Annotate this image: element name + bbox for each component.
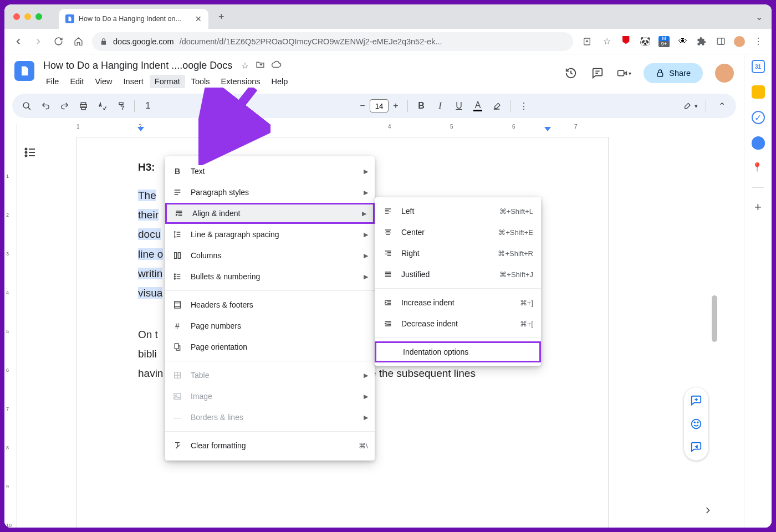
collapse-toolbar-icon[interactable]: ⌃ xyxy=(714,98,729,114)
cloud-status-icon[interactable] xyxy=(272,60,282,72)
contacts-app-icon[interactable] xyxy=(752,136,765,150)
submenu-align-justified[interactable]: Justified⌘+Shift+J xyxy=(375,264,541,285)
maps-app-icon[interactable]: 📍 xyxy=(752,162,765,175)
account-avatar[interactable] xyxy=(715,64,734,83)
menu-item-columns[interactable]: Columns▶ xyxy=(165,245,375,266)
menu-format[interactable]: Format xyxy=(150,75,185,88)
menu-item-paragraph-styles[interactable]: Paragraph styles▶ xyxy=(165,182,375,203)
toolbar: 1 − 14 + B I U A ⋮ ▾ ⌃ xyxy=(12,94,736,118)
tab-close-icon[interactable]: ✕ xyxy=(195,15,202,23)
comments-icon[interactable] xyxy=(590,66,605,80)
italic-icon[interactable]: I xyxy=(432,98,448,114)
meet-icon[interactable]: ▾ xyxy=(617,66,631,80)
calendar-app-icon[interactable]: 31 xyxy=(752,60,765,73)
align-indent-submenu: Left⌘+Shift+L Center⌘+Shift+E Right⌘+Shi… xyxy=(375,197,541,366)
menu-edit[interactable]: Edit xyxy=(65,75,89,88)
menu-view[interactable]: View xyxy=(90,75,117,88)
sidepanel-icon[interactable] xyxy=(715,36,726,47)
horizontal-ruler[interactable]: 1 2 3 4 5 6 7 xyxy=(17,124,744,134)
submenu-increase-indent[interactable]: Increase indent⌘+] xyxy=(375,292,541,313)
font-size-field[interactable]: 14 xyxy=(370,99,389,112)
svg-rect-1 xyxy=(717,38,724,44)
new-tab-button[interactable]: + xyxy=(218,11,224,23)
menu-insert[interactable]: Insert xyxy=(119,75,149,88)
zoom-dropdown[interactable]: 1 xyxy=(140,98,156,114)
add-addon-icon[interactable]: + xyxy=(754,200,762,214)
redo-icon[interactable] xyxy=(57,98,72,114)
menu-item-headers-footers[interactable]: Headers & footers xyxy=(165,294,375,315)
url-path: /document/d/1EZ6Q52PROaOQImcyCRO9wZENWj2… xyxy=(180,37,442,46)
decrease-font-icon[interactable]: − xyxy=(356,100,369,112)
extensions-puzzle-icon[interactable] xyxy=(696,36,707,47)
bold-icon[interactable]: B xyxy=(413,98,429,114)
submenu-align-left[interactable]: Left⌘+Shift+L xyxy=(375,201,541,222)
menu-tools[interactable]: Tools xyxy=(186,75,215,88)
docs-header: How to Do a Hanging Indent ....oogle Doc… xyxy=(4,54,744,88)
home-button[interactable] xyxy=(72,37,84,46)
lock-icon xyxy=(100,38,108,45)
svg-rect-24 xyxy=(174,393,181,400)
metamask-ext-icon[interactable]: M9+ xyxy=(658,36,670,47)
menu-item-page-orientation[interactable]: Page orientation xyxy=(165,336,375,357)
spellcheck-icon[interactable] xyxy=(94,98,110,114)
url-field[interactable]: docs.google.com/document/d/1EZ6Q52PROaOQ… xyxy=(92,32,573,51)
close-window-icon[interactable] xyxy=(13,13,20,20)
outline-toggle-icon[interactable] xyxy=(24,146,37,161)
add-comment-icon[interactable] xyxy=(688,393,704,408)
lock-icon xyxy=(656,69,665,78)
collapse-sidepanel-icon[interactable] xyxy=(698,501,717,520)
first-line-indent-marker[interactable] xyxy=(137,127,144,132)
tasks-app-icon[interactable]: ✓ xyxy=(752,111,765,124)
pandas-ext-icon[interactable]: 🐼 xyxy=(640,36,651,47)
maximize-window-icon[interactable] xyxy=(35,13,42,20)
eye-ext-icon[interactable]: 👁 xyxy=(677,36,688,47)
bookmark-star-icon[interactable]: ☆ xyxy=(601,36,613,47)
print-icon[interactable] xyxy=(75,98,91,114)
editing-mode-dropdown[interactable]: ▾ xyxy=(682,101,698,110)
submenu-align-center[interactable]: Center⌘+Shift+E xyxy=(375,222,541,243)
docs-logo-icon[interactable] xyxy=(14,61,34,81)
menu-item-page-numbers[interactable]: #Page numbers xyxy=(165,315,375,336)
search-menus-icon[interactable] xyxy=(19,98,34,114)
submenu-align-right[interactable]: Right⌘+Shift+R xyxy=(375,243,541,264)
star-document-icon[interactable]: ☆ xyxy=(241,60,249,71)
profile-avatar[interactable] xyxy=(734,36,745,47)
back-button[interactable] xyxy=(12,37,24,47)
browser-tab[interactable]: How to Do a Hanging Indent on... ✕ xyxy=(59,9,208,29)
menu-item-line-spacing[interactable]: Line & paragraph spacing▶ xyxy=(165,224,375,245)
highlight-color-icon[interactable] xyxy=(489,98,504,114)
menu-item-bullets[interactable]: Bullets & numbering▶ xyxy=(165,266,375,287)
menu-help[interactable]: Help xyxy=(267,75,293,88)
menu-item-clear-formatting[interactable]: Clear formatting⌘\ xyxy=(165,435,375,456)
undo-icon[interactable] xyxy=(38,98,53,114)
emoji-react-icon[interactable] xyxy=(688,416,704,432)
suggest-edit-icon[interactable] xyxy=(688,439,704,455)
menubar: File Edit View Insert Format Tools Exten… xyxy=(41,75,557,88)
ublock-ext-icon[interactable]: ⛊ xyxy=(621,36,632,47)
menu-extensions[interactable]: Extensions xyxy=(216,75,266,88)
history-icon[interactable] xyxy=(564,66,578,80)
address-bar: docs.google.com/document/d/1EZ6Q52PROaOQ… xyxy=(4,29,772,54)
paint-format-icon[interactable] xyxy=(113,98,129,114)
submenu-decrease-indent[interactable]: Decrease indent⌘+[ xyxy=(375,313,541,334)
window-controls[interactable] xyxy=(13,13,42,20)
right-indent-marker[interactable] xyxy=(544,127,551,132)
reload-button[interactable] xyxy=(52,37,64,46)
submenu-indentation-options[interactable]: .Indentation options xyxy=(375,341,541,362)
keep-app-icon[interactable] xyxy=(752,85,765,99)
tab-list-chevron-icon[interactable]: ⌄ xyxy=(755,12,763,22)
share-button[interactable]: Share xyxy=(644,63,703,83)
document-title[interactable]: How to Do a Hanging Indent ....oogle Doc… xyxy=(41,59,234,73)
chrome-menu-icon[interactable]: ⋮ xyxy=(753,36,764,47)
menu-file[interactable]: File xyxy=(41,75,64,88)
extensions-row: ⛊ 🐼 M9+ 👁 ⋮ xyxy=(621,36,764,47)
move-document-icon[interactable] xyxy=(256,60,265,71)
text-color-icon[interactable]: A xyxy=(470,98,486,114)
underline-icon[interactable]: U xyxy=(451,98,467,114)
install-app-icon[interactable] xyxy=(581,37,593,46)
minimize-window-icon[interactable] xyxy=(24,13,31,20)
menu-item-align-indent[interactable]: Align & indent▶ xyxy=(165,203,375,224)
more-tools-icon[interactable]: ⋮ xyxy=(516,98,532,114)
increase-font-icon[interactable]: + xyxy=(390,100,402,112)
scrollbar-thumb[interactable] xyxy=(712,295,717,342)
